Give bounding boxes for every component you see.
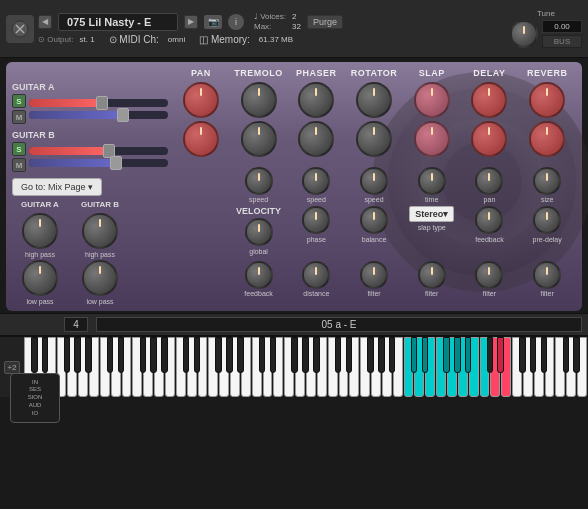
slap-guitar-a-knob[interactable] — [414, 82, 450, 118]
delay-filter-knob[interactable] — [475, 261, 503, 289]
black-key[interactable] — [465, 337, 472, 373]
tremolo-guitar-a-knob[interactable] — [241, 82, 277, 118]
page-number[interactable]: 4 — [64, 317, 88, 332]
rotator-speed-label: speed — [364, 196, 383, 203]
guitar-b-vol-fader[interactable] — [29, 159, 168, 167]
reverb-guitar-b-knob[interactable] — [529, 121, 565, 157]
black-key[interactable] — [64, 337, 71, 373]
black-key[interactable] — [215, 337, 222, 373]
tremolo-speed-knob[interactable] — [245, 167, 273, 195]
black-key[interactable] — [107, 337, 114, 373]
black-key[interactable] — [226, 337, 233, 373]
black-key[interactable] — [519, 337, 526, 373]
phaser-distance-knob[interactable] — [302, 261, 330, 289]
black-key[interactable] — [74, 337, 81, 373]
black-key[interactable] — [270, 337, 277, 373]
rotator-balance-knob[interactable] — [360, 206, 388, 234]
black-key[interactable] — [573, 337, 580, 373]
stereo-badge[interactable]: Stereo▾ — [409, 206, 454, 222]
guitar-b-solo-btn[interactable]: S — [12, 142, 26, 156]
pan-guitar-b-knob[interactable] — [183, 121, 219, 157]
guitar-b-highpass-knob[interactable] — [82, 213, 118, 249]
black-key[interactable] — [194, 337, 201, 373]
black-key[interactable] — [161, 337, 168, 373]
piano-keys-container — [24, 337, 588, 397]
slap-time-knob[interactable] — [418, 167, 446, 195]
mix-page-btn[interactable]: Go to: Mix Page ▾ — [12, 178, 102, 196]
black-key[interactable] — [367, 337, 374, 373]
guitar-b-mute-btn[interactable]: M — [12, 158, 26, 172]
black-key[interactable] — [389, 337, 396, 373]
delay-guitar-a-knob[interactable] — [471, 82, 507, 118]
phaser-guitar-b-knob[interactable] — [298, 121, 334, 157]
black-key[interactable] — [454, 337, 461, 373]
phaser-guitar-a-knob[interactable] — [298, 82, 334, 118]
black-key[interactable] — [291, 337, 298, 373]
midi-value: omni — [168, 35, 185, 44]
rotator-guitar-a-knob[interactable] — [356, 82, 392, 118]
guitar-b-label: GUITAR B — [12, 130, 168, 140]
phaser-phase-knob[interactable] — [302, 206, 330, 234]
reverb-predelay-knob[interactable] — [533, 206, 561, 234]
black-key[interactable] — [150, 337, 157, 373]
black-key[interactable] — [302, 337, 309, 373]
pan-header: PAN — [172, 68, 230, 78]
guitar-a-vol-fader[interactable] — [29, 111, 168, 119]
guitar-a-solo-btn[interactable]: S — [12, 94, 26, 108]
black-key[interactable] — [42, 337, 49, 373]
delay-guitar-b-knob[interactable] — [471, 121, 507, 157]
rotator-filter-knob[interactable] — [360, 261, 388, 289]
reverb-guitar-a-knob[interactable] — [529, 82, 565, 118]
slap-guitar-b-knob[interactable] — [414, 121, 450, 157]
info-btn[interactable]: i — [228, 14, 244, 30]
phaser-speed-knob[interactable] — [302, 167, 330, 195]
black-key[interactable] — [140, 337, 147, 373]
black-key[interactable] — [411, 337, 418, 373]
tremolo-guitar-b-knob[interactable] — [241, 121, 277, 157]
purge-btn[interactable]: Purge — [307, 15, 343, 29]
rotator-speed-knob[interactable] — [360, 167, 388, 195]
black-key[interactable] — [346, 337, 353, 373]
black-key[interactable] — [118, 337, 125, 373]
prev-preset-btn[interactable]: ◀ — [38, 15, 52, 29]
tremolo-feedback-knob[interactable] — [245, 261, 273, 289]
velocity-label: VELOCITY — [236, 206, 281, 216]
velocity-knob[interactable] — [245, 218, 273, 246]
reverb-filter-knob[interactable] — [533, 261, 561, 289]
delay-pan-knob[interactable] — [475, 167, 503, 195]
guitar-b-lowpass-knob[interactable] — [82, 260, 118, 296]
tune-knob[interactable] — [510, 20, 538, 48]
memory-value: 61.37 MB — [259, 35, 293, 44]
preset-name: 075 Lil Nasty - E — [58, 13, 178, 31]
black-key[interactable] — [313, 337, 320, 373]
delay-feedback-knob[interactable] — [475, 206, 503, 234]
black-key[interactable] — [237, 337, 244, 373]
black-key[interactable] — [259, 337, 266, 373]
black-key[interactable] — [541, 337, 548, 373]
reverb-size-knob[interactable] — [533, 167, 561, 195]
black-key[interactable] — [487, 337, 494, 373]
black-key[interactable] — [497, 337, 504, 373]
guitar-b-pan-fader[interactable] — [29, 147, 168, 155]
guitar-a-mute-btn[interactable]: M — [12, 110, 26, 124]
black-key[interactable] — [378, 337, 385, 373]
black-key[interactable] — [31, 337, 38, 373]
camera-btn[interactable]: 📷 — [204, 15, 222, 29]
guitar-a-lowpass-knob[interactable] — [22, 260, 58, 296]
pan-guitar-a-knob[interactable] — [183, 82, 219, 118]
black-key[interactable] — [530, 337, 537, 373]
bus-label: BUS — [542, 35, 582, 48]
guitar-a-pan-fader[interactable] — [29, 99, 168, 107]
next-preset-btn[interactable]: ▶ — [184, 15, 198, 29]
black-key[interactable] — [183, 337, 190, 373]
rotator-guitar-b-knob[interactable] — [356, 121, 392, 157]
black-key[interactable] — [335, 337, 342, 373]
black-key[interactable] — [443, 337, 450, 373]
black-key[interactable] — [563, 337, 570, 373]
black-key[interactable] — [422, 337, 429, 373]
guitar-a-highpass-knob[interactable] — [22, 213, 58, 249]
guitar-a-label: GUITAR A — [12, 82, 168, 92]
slap-filter-knob[interactable] — [418, 261, 446, 289]
octave-label[interactable]: +2 — [4, 361, 19, 374]
black-key[interactable] — [85, 337, 92, 373]
